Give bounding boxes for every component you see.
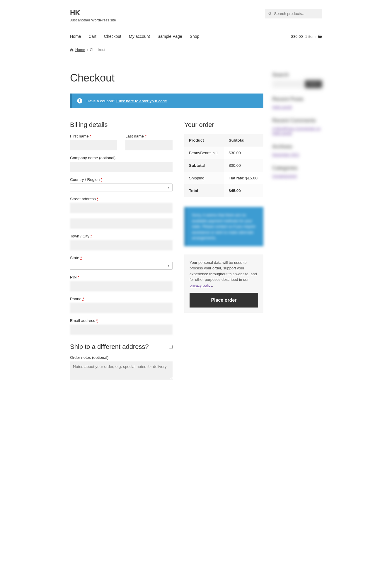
breadcrumb-home[interactable]: Home — [75, 48, 85, 52]
order-table: Product Subtotal BeanyBeans × 1$30.00 Su… — [184, 134, 263, 197]
sidebar-categories: Categories — [272, 165, 322, 171]
payment-notice: Sorry, it seems that there are no availa… — [184, 207, 263, 246]
sub-val: $30.00 — [224, 159, 263, 172]
search-input[interactable] — [274, 11, 318, 16]
ship-val: Flat rate: $15.00 — [224, 172, 263, 184]
sidebar-post-link[interactable]: Hello world! — [272, 105, 292, 109]
info-icon: i — [77, 98, 82, 103]
email-input[interactable] — [70, 325, 173, 335]
basket-icon — [318, 34, 322, 38]
breadcrumb-current: Checkout — [90, 48, 105, 52]
sidebar-search-title: Search — [272, 72, 322, 78]
company-input[interactable] — [70, 162, 173, 172]
state-select[interactable]: ▾ — [70, 262, 173, 270]
total-label: Total — [184, 184, 224, 197]
state-label: State * — [70, 256, 173, 260]
site-tagline: Just another WordPress site — [70, 18, 116, 22]
main-nav: Home Cart Checkout My account Sample Pag… — [70, 28, 322, 44]
nav-checkout[interactable]: Checkout — [104, 34, 121, 39]
cart-count: 1 item — [305, 34, 316, 39]
pin-label: PIN * — [70, 275, 173, 279]
nav-cart[interactable]: Cart — [88, 34, 96, 39]
item-price: $30.00 — [224, 147, 263, 159]
nav-shop[interactable]: Shop — [190, 34, 200, 39]
street-label: Street address * — [70, 197, 173, 201]
page-title: Checkout — [70, 72, 263, 84]
site-title[interactable]: HK — [70, 9, 116, 17]
ship-label: Shipping — [184, 172, 224, 184]
sub-label: Subtotal — [184, 159, 224, 172]
total-val: $45.00 — [224, 184, 263, 197]
search-icon — [268, 12, 272, 16]
sidebar-comment-link[interactable]: A WordPress Commenter on Hello world! — [272, 126, 321, 135]
coupon-notice: i Have a coupon? Click here to enter you… — [70, 94, 263, 108]
sidebar-search-input[interactable] — [272, 80, 303, 88]
first-name-label: First name * — [70, 134, 117, 138]
privacy-link[interactable]: privacy policy — [190, 283, 212, 288]
email-label: Email address * — [70, 318, 173, 323]
notes-label: Order notes (optional) — [70, 355, 173, 360]
sidebar-category-link[interactable]: Uncategorized — [272, 174, 297, 178]
product-search[interactable] — [265, 9, 322, 18]
coupon-link[interactable]: Click here to enter your code — [116, 99, 167, 103]
street1-input[interactable] — [70, 203, 173, 213]
city-label: Town / City * — [70, 234, 173, 238]
billing-title: Billing details — [70, 121, 173, 129]
order-title: Your order — [184, 121, 263, 129]
company-label: Company name (optional) — [70, 156, 173, 160]
ship-title: Ship to a different address? — [70, 343, 149, 351]
street2-input[interactable] — [70, 218, 173, 229]
cart-amount: $30.00 — [291, 34, 303, 39]
privacy-text: Your personal data will be used to proce… — [190, 260, 258, 288]
sidebar-recent-comments: Recent Comments — [272, 118, 322, 124]
item-name: BeanyBeans × 1 — [184, 147, 224, 159]
sidebar-recent-posts: Recent Posts — [272, 96, 322, 102]
country-label: Country / Region * — [70, 177, 173, 182]
home-icon — [70, 48, 74, 52]
phone-input[interactable] — [70, 303, 173, 313]
cart-summary[interactable]: $30.00 1 item — [291, 34, 322, 39]
breadcrumb: Home › Checkout — [70, 44, 322, 55]
nav-home[interactable]: Home — [70, 34, 81, 39]
sidebar-archives: Archives — [272, 144, 322, 150]
th-product: Product — [184, 134, 224, 147]
nav-account[interactable]: My account — [129, 34, 150, 39]
th-subtotal: Subtotal — [224, 134, 263, 147]
pin-input[interactable] — [70, 281, 173, 291]
last-name-input[interactable] — [125, 140, 173, 150]
phone-label: Phone * — [70, 297, 173, 301]
city-input[interactable] — [70, 240, 173, 250]
nav-sample[interactable]: Sample Page — [158, 34, 182, 39]
last-name-label: Last name * — [125, 134, 173, 138]
ship-toggle[interactable] — [169, 345, 173, 349]
notes-input[interactable] — [70, 361, 173, 380]
sidebar-archive-link[interactable]: December 2021 — [272, 152, 299, 157]
first-name-input[interactable] — [70, 140, 117, 150]
place-order-button[interactable]: Place order — [190, 293, 258, 308]
sidebar-search-button[interactable]: Search — [305, 80, 322, 88]
country-select[interactable]: ▾ — [70, 184, 173, 191]
